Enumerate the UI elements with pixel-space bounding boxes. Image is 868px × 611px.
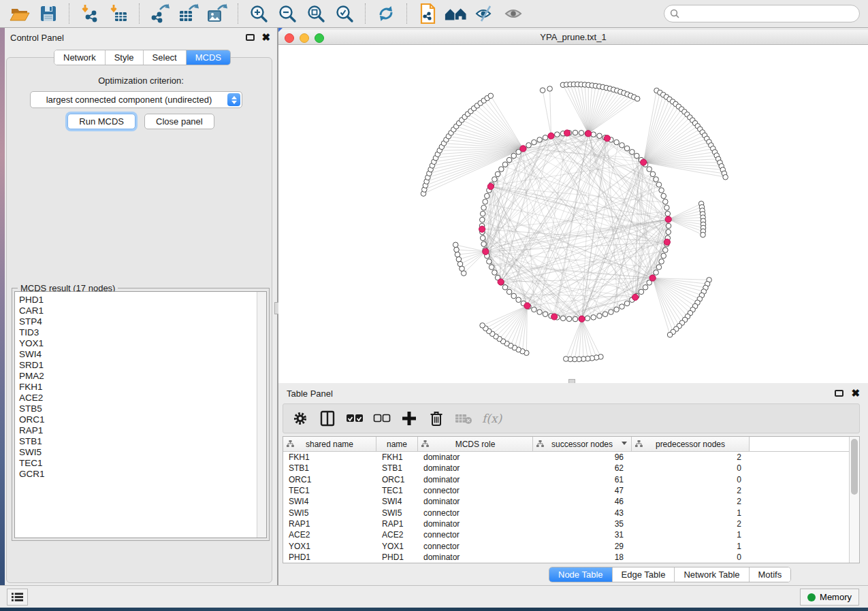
delete-columns-button[interactable]: [428, 410, 445, 427]
tab-motifs[interactable]: Motifs: [750, 567, 791, 582]
delete-table-button[interactable]: [455, 410, 472, 427]
cell: TEC1: [283, 486, 376, 495]
table-row[interactable]: TEC1TEC1connector472: [283, 485, 859, 496]
column-header-MCDS-role[interactable]: MCDS role: [418, 437, 533, 451]
mcds-result-item[interactable]: ACE2: [15, 393, 266, 403]
cell: 2: [632, 519, 750, 529]
new-column-button[interactable]: [400, 410, 418, 427]
mcds-result-item[interactable]: ORC1: [15, 414, 266, 425]
delete-table-icon: [455, 412, 472, 425]
table-row[interactable]: YOX1YOX1connector291: [283, 540, 859, 551]
hide-selection-button[interactable]: [472, 1, 497, 26]
memory-button[interactable]: Memory: [800, 589, 859, 606]
table-row[interactable]: SWI5SWI5connector431: [283, 507, 859, 518]
cell: 0: [632, 463, 750, 473]
cell: dominator: [418, 519, 533, 529]
table-row[interactable]: RAP1RAP1dominator352: [283, 518, 859, 529]
mcds-result-item[interactable]: TID3: [15, 327, 266, 338]
zoom-in-button[interactable]: [246, 1, 271, 26]
eye-icon: [502, 3, 524, 24]
zoom-fit-button[interactable]: [304, 1, 328, 26]
table-row[interactable]: SWI4SWI4dominator462: [283, 496, 859, 507]
mcds-result-item[interactable]: STP4: [15, 316, 266, 327]
table-row[interactable]: STB1STB1dominator620: [283, 463, 859, 474]
mcds-result-item[interactable]: STB5: [15, 403, 266, 414]
import-network-button[interactable]: [78, 1, 102, 26]
mcds-result-item[interactable]: STB1: [15, 436, 266, 447]
import-table-button[interactable]: [106, 1, 131, 26]
mcds-result-item[interactable]: SRD1: [15, 360, 266, 371]
scrollbar-thumb[interactable]: [851, 439, 858, 495]
refresh-icon: [376, 3, 396, 24]
table-options-button[interactable]: [291, 410, 309, 427]
table-row[interactable]: PHD1PHD1dominator180: [283, 552, 859, 563]
mcds-result-item[interactable]: CAR1: [15, 306, 266, 316]
mcds-result-item[interactable]: YOX1: [15, 338, 266, 349]
select-all-button[interactable]: [346, 410, 364, 427]
save-icon: [38, 3, 59, 24]
close-panel-button[interactable]: Close panel: [144, 114, 214, 129]
float-panel-icon[interactable]: [246, 34, 255, 41]
column-header-name[interactable]: name: [376, 437, 418, 451]
tab-network-table[interactable]: Network Table: [675, 567, 749, 582]
cell: 2: [632, 452, 750, 462]
mcds-result-list[interactable]: PHD1CAR1STP4TID3YOX1SWI4SRD1PMA2FKH1ACE2…: [14, 291, 267, 538]
close-panel-icon[interactable]: ✖: [261, 31, 270, 44]
table-row[interactable]: ORC1ORC1dominator610: [283, 474, 859, 485]
eye-slash-icon: [474, 3, 496, 24]
list-menu-icon: [12, 592, 23, 602]
panel-menu-button[interactable]: [7, 589, 28, 606]
open-session-button[interactable]: [7, 1, 32, 26]
mcds-result-item[interactable]: SWI4: [15, 349, 266, 360]
save-session-button[interactable]: [36, 1, 61, 26]
network-from-selection-icon: [418, 3, 437, 24]
tab-edge-table[interactable]: Edge Table: [613, 567, 675, 582]
table-scrollbar[interactable]: [849, 437, 859, 563]
list-scrollbar[interactable]: [257, 292, 266, 538]
network-canvas[interactable]: [278, 45, 868, 383]
tab-network[interactable]: Network: [54, 50, 106, 65]
mcds-result-item[interactable]: PHD1: [15, 295, 266, 306]
export-table-button[interactable]: [176, 1, 201, 26]
column-header-shared-name[interactable]: shared name: [283, 437, 376, 451]
apply-layout-button[interactable]: [374, 1, 398, 26]
control-panel-tabs: NetworkStyleSelectMCDS: [54, 50, 231, 65]
mcds-result-item[interactable]: TEC1: [15, 458, 266, 469]
export-table-icon: [178, 3, 199, 24]
export-network-button[interactable]: [148, 1, 172, 26]
show-all-button[interactable]: [501, 1, 526, 26]
run-mcds-button[interactable]: Run MCDS: [67, 114, 135, 129]
show-hide-columns-button[interactable]: [319, 410, 336, 427]
mcds-result-item[interactable]: SWI5: [15, 447, 266, 458]
cell: SWI5: [376, 508, 418, 518]
mcds-result-item[interactable]: RAP1: [15, 425, 266, 436]
mcds-result-item[interactable]: PMA2: [15, 371, 266, 382]
deselect-all-button[interactable]: [373, 410, 391, 427]
tab-mcds[interactable]: MCDS: [187, 50, 230, 65]
function-builder-button[interactable]: f(x): [482, 412, 502, 425]
cell: connector: [418, 542, 533, 551]
mcds-result-item[interactable]: FKH1: [15, 382, 266, 393]
cell: 0: [632, 475, 750, 484]
mcds-result-item[interactable]: GCR1: [15, 469, 266, 480]
tab-style[interactable]: Style: [106, 50, 144, 65]
first-neighbors-button[interactable]: [444, 1, 468, 26]
cell: 62: [533, 463, 632, 473]
search-icon: [670, 9, 679, 18]
table-row[interactable]: ACE2ACE2connector311: [283, 529, 859, 540]
tab-select[interactable]: Select: [144, 50, 187, 65]
zoom-selected-button[interactable]: [332, 1, 357, 26]
close-panel-icon[interactable]: ✖: [851, 387, 860, 399]
export-image-button[interactable]: [205, 1, 229, 26]
import-table-icon: [108, 3, 129, 24]
zoom-out-button[interactable]: [275, 1, 300, 26]
search-input[interactable]: [683, 8, 859, 20]
new-network-from-selection-button[interactable]: [415, 1, 440, 26]
criterion-dropdown[interactable]: largest connected component (undirected): [30, 91, 242, 108]
tab-node-table[interactable]: Node Table: [549, 567, 613, 582]
column-header-successor-nodes[interactable]: successor nodes: [533, 437, 632, 451]
float-panel-icon[interactable]: [835, 390, 843, 397]
column-header-predecessor-nodes[interactable]: predecessor nodes: [632, 437, 750, 451]
export-image-icon: [206, 3, 228, 24]
table-row[interactable]: FKH1FKH1dominator962: [283, 452, 859, 463]
